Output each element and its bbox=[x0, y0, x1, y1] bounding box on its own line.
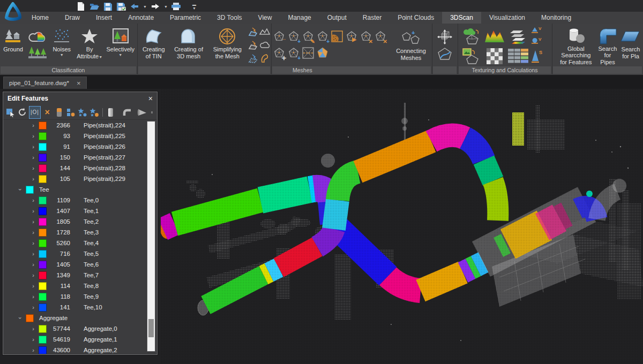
group-shapes-button[interactable] bbox=[66, 107, 76, 118]
color-swatch[interactable] bbox=[39, 239, 47, 247]
print-icon[interactable] bbox=[171, 2, 181, 11]
select-features-button[interactable] bbox=[5, 107, 16, 118]
cone-tool-button[interactable] bbox=[137, 107, 148, 118]
tab-output[interactable]: Output bbox=[319, 12, 355, 24]
fit-selection-button[interactable]: |O| bbox=[29, 106, 40, 119]
mesh-delete-button[interactable]: ✕ bbox=[358, 28, 373, 45]
tab-raster[interactable]: Raster bbox=[355, 12, 390, 24]
tab-3d-tools[interactable]: 3D Tools bbox=[209, 12, 250, 24]
color-swatch[interactable] bbox=[39, 207, 47, 215]
tab-draw[interactable]: Draw bbox=[57, 12, 88, 24]
feature-row[interactable]: ›5260Tee,4 bbox=[4, 238, 156, 248]
expand-chevron-icon[interactable]: › bbox=[31, 347, 36, 353]
expand-chevron-icon[interactable]: › bbox=[31, 154, 36, 161]
expand-chevron-icon[interactable]: › bbox=[31, 261, 36, 268]
feature-row[interactable]: ›1728Tee,3 bbox=[4, 227, 156, 238]
tab-view[interactable]: View bbox=[250, 12, 280, 24]
color-swatch[interactable] bbox=[39, 271, 47, 279]
mesh-play-button[interactable]: ▶ bbox=[344, 28, 358, 45]
elbow-tool-button[interactable] bbox=[122, 107, 132, 118]
surface-arrow-blue-icon[interactable] bbox=[247, 26, 259, 37]
feature-row[interactable]: ›1805Tee,2 bbox=[4, 216, 156, 227]
color-swatch[interactable] bbox=[39, 143, 47, 151]
color-swatch[interactable] bbox=[39, 122, 47, 130]
feature-row[interactable]: ›1109Tee,0 bbox=[4, 195, 156, 206]
document-tab[interactable]: pipe_01_feature.dwg* × bbox=[3, 77, 87, 89]
color-swatch[interactable] bbox=[39, 229, 47, 237]
tab-insert[interactable]: Insert bbox=[88, 12, 120, 24]
tab-visualization[interactable]: Visualization bbox=[481, 12, 533, 24]
app-logo[interactable] bbox=[3, 2, 23, 22]
image-to-mesh-icon[interactable] bbox=[461, 48, 482, 64]
volume-v2-icon[interactable]: V bbox=[531, 36, 543, 46]
cone-s-icon[interactable]: S bbox=[531, 48, 543, 64]
global-search-features-button[interactable]: Global Searcching for Features bbox=[556, 24, 596, 65]
collapse-chevron-icon[interactable]: › bbox=[17, 187, 24, 192]
feature-row[interactable]: ›105Pipe(strait),229 bbox=[4, 173, 156, 184]
volume-v1-icon[interactable]: V bbox=[531, 26, 543, 35]
tab-monitoring[interactable]: Monitoring bbox=[533, 12, 579, 24]
expand-chevron-icon[interactable]: › bbox=[31, 240, 36, 246]
tab-home[interactable]: Home bbox=[24, 12, 57, 24]
expand-chevron-icon[interactable]: › bbox=[31, 272, 36, 278]
feature-row[interactable]: ›1407Tee,1 bbox=[4, 206, 156, 216]
tree-scrollbar-thumb[interactable] bbox=[148, 319, 154, 337]
creating-of-3d-mesh-button[interactable]: Creating of 3D mesh bbox=[169, 24, 207, 65]
expand-chevron-icon[interactable]: › bbox=[31, 197, 36, 203]
tab-parametric[interactable]: Parametric bbox=[162, 12, 209, 24]
expand-chevron-icon[interactable]: › bbox=[31, 143, 36, 150]
color-swatch[interactable] bbox=[39, 132, 47, 140]
tab-manage[interactable]: Manage bbox=[280, 12, 319, 24]
expand-chevron-icon[interactable]: › bbox=[31, 304, 36, 310]
expand-chevron-icon[interactable]: › bbox=[31, 218, 36, 225]
expand-chevron-icon[interactable]: › bbox=[31, 122, 36, 128]
color-swatch[interactable] bbox=[39, 282, 47, 290]
move-cube-icon[interactable] bbox=[437, 29, 453, 45]
mesh-stretch-button[interactable]: ↔ bbox=[272, 28, 286, 45]
mesh-edit-button[interactable]: ✎ bbox=[301, 28, 315, 45]
collapse-chevron-icon[interactable]: › bbox=[17, 315, 24, 321]
search-for-planes-button[interactable]: Search for Pla bbox=[619, 24, 642, 65]
selectively-button[interactable]: Selectively ▼ bbox=[104, 24, 137, 65]
stars-blue-button[interactable] bbox=[78, 107, 88, 118]
color-swatch[interactable] bbox=[39, 325, 47, 333]
save-as-icon[interactable] bbox=[116, 2, 126, 11]
feature-row[interactable]: ›114Tee,8 bbox=[4, 280, 156, 291]
tab-point-clouds[interactable]: Point Clouds bbox=[390, 12, 442, 24]
feature-group-row[interactable]: ›Aggregate bbox=[4, 313, 156, 323]
color-swatch[interactable] bbox=[39, 196, 47, 204]
redo-icon[interactable] bbox=[151, 2, 160, 11]
mesh-remove-button[interactable]: ✕ bbox=[373, 28, 387, 45]
mesh-add-button[interactable]: + bbox=[286, 28, 301, 45]
layers-icon[interactable] bbox=[507, 27, 529, 44]
curved-band-icon[interactable] bbox=[259, 52, 271, 64]
color-swatch[interactable] bbox=[39, 218, 47, 226]
surface-arrow-gray-icon[interactable] bbox=[247, 39, 259, 51]
color-swatch[interactable] bbox=[39, 261, 47, 269]
refresh-button[interactable] bbox=[17, 107, 27, 118]
mesh-colored-button[interactable] bbox=[315, 45, 330, 62]
feature-row[interactable]: ›91Pipe(strait),226 bbox=[4, 141, 156, 152]
mesh-split-add-button[interactable]: + bbox=[315, 28, 330, 45]
expand-chevron-icon[interactable]: › bbox=[31, 208, 36, 214]
color-swatch[interactable] bbox=[26, 314, 34, 322]
undo-dropdown-icon[interactable]: ▼ bbox=[143, 5, 147, 9]
document-tab-close-icon[interactable]: × bbox=[77, 80, 81, 87]
expand-chevron-icon[interactable]: › bbox=[31, 229, 36, 236]
surface-points-icon[interactable] bbox=[247, 52, 259, 64]
feature-row[interactable]: ›1349Tee,7 bbox=[4, 270, 156, 280]
tree-scrollbar[interactable] bbox=[147, 121, 155, 352]
color-swatch[interactable] bbox=[39, 336, 47, 344]
color-swatch[interactable] bbox=[39, 293, 47, 301]
color-table-icon[interactable] bbox=[507, 48, 529, 64]
expand-chevron-icon[interactable]: › bbox=[31, 165, 36, 171]
feature-row[interactable]: ›144Pipe(strait),228 bbox=[4, 163, 156, 173]
connecting-meshes-button[interactable]: + Connecting Meshes bbox=[392, 26, 430, 67]
feature-row[interactable]: ›150Pipe(strait),227 bbox=[4, 152, 156, 163]
color-swatch[interactable] bbox=[39, 250, 47, 258]
new-file-icon[interactable] bbox=[76, 2, 86, 11]
expand-chevron-icon[interactable]: › bbox=[31, 336, 36, 343]
feature-row[interactable]: ›2366Pipe(strait),224 bbox=[4, 120, 156, 131]
feature-row[interactable]: ›118Tee,9 bbox=[4, 291, 156, 302]
save-icon[interactable] bbox=[103, 2, 113, 11]
